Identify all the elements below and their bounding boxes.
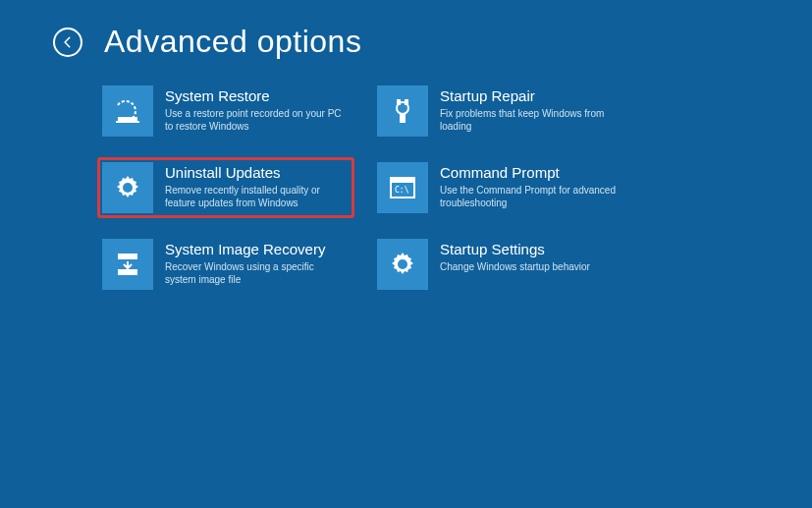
header: Advanced options	[0, 0, 812, 60]
tile-system-image-recovery[interactable]: System Image Recovery Recover Windows us…	[98, 235, 353, 294]
tile-text: System Restore Use a restore point recor…	[165, 85, 342, 133]
tile-desc: Fix problems that keep Windows from load…	[440, 107, 617, 133]
tile-system-restore[interactable]: System Restore Use a restore point recor…	[98, 82, 353, 141]
gear-icon	[377, 239, 428, 290]
tile-text: Uninstall Updates Remove recently instal…	[165, 162, 342, 209]
svg-rect-0	[118, 117, 137, 121]
tile-desc: Use a restore point recorded on your PC …	[165, 107, 342, 133]
tile-text: System Image Recovery Recover Windows us…	[165, 239, 342, 286]
tile-uninstall-updates[interactable]: Uninstall Updates Remove recently instal…	[98, 158, 353, 217]
tile-startup-repair[interactable]: Startup Repair Fix problems that keep Wi…	[373, 82, 628, 141]
page-title: Advanced options	[104, 24, 361, 60]
svg-point-12	[398, 259, 407, 269]
svg-rect-8	[391, 178, 414, 183]
svg-text:C:\: C:\	[395, 186, 409, 195]
tile-title: Startup Settings	[440, 241, 590, 258]
tile-text: Startup Repair Fix problems that keep Wi…	[440, 85, 617, 133]
tile-desc: Remove recently installed quality or fea…	[165, 184, 342, 209]
back-button[interactable]	[53, 28, 82, 57]
tile-title: System Image Recovery	[165, 241, 342, 258]
svg-rect-11	[118, 269, 137, 275]
tile-text: Startup Settings Change Windows startup …	[440, 239, 590, 273]
tile-desc: Change Windows startup behavior	[440, 260, 590, 273]
tile-title: Command Prompt	[440, 164, 617, 182]
svg-rect-10	[118, 254, 137, 259]
image-recovery-icon	[102, 239, 153, 290]
svg-point-4	[397, 102, 408, 114]
tile-startup-settings[interactable]: Startup Settings Change Windows startup …	[373, 235, 628, 294]
gear-icon	[102, 162, 153, 213]
options-grid: System Restore Use a restore point recor…	[0, 60, 812, 294]
arrow-left-icon	[61, 35, 75, 49]
terminal-icon: C:\	[377, 162, 428, 213]
tile-title: System Restore	[165, 87, 342, 105]
tile-desc: Use the Command Prompt for advanced trou…	[440, 184, 617, 209]
tile-title: Startup Repair	[440, 87, 617, 105]
tile-text: Command Prompt Use the Command Prompt fo…	[440, 162, 617, 209]
tile-command-prompt[interactable]: C:\ Command Prompt Use the Command Promp…	[373, 158, 628, 217]
restore-icon	[102, 85, 153, 137]
tile-title: Uninstall Updates	[165, 164, 342, 182]
svg-rect-1	[116, 121, 139, 123]
wrench-icon	[377, 85, 428, 137]
tile-desc: Recover Windows using a specific system …	[165, 260, 342, 286]
svg-rect-5	[400, 113, 406, 123]
svg-point-6	[123, 183, 133, 193]
